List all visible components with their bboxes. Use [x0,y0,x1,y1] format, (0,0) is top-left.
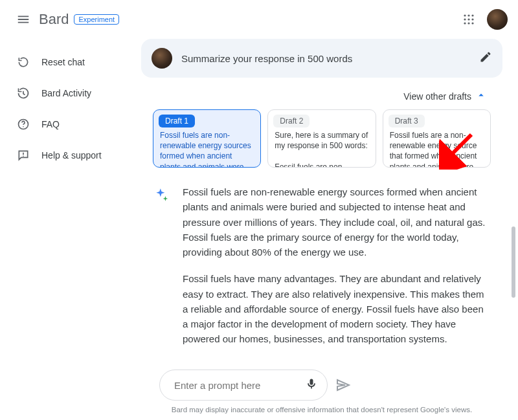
svg-point-7 [467,22,469,24]
experiment-badge: Experiment [74,14,119,25]
scroll-fade [141,345,502,362]
draft-preview: Fossil fuels are a non-renewable energy … [383,130,490,168]
svg-point-6 [464,22,466,24]
svg-point-1 [467,14,469,16]
view-drafts-label: View other drafts [403,91,471,102]
user-avatar [152,48,172,69]
send-button[interactable] [335,377,351,393]
draft-title: Draft 1 [159,115,195,127]
bard-sparkle-icon [153,184,171,353]
prompt-input[interactable] [174,380,297,391]
response-paragraph: Fossil fuels have many advantages. They … [183,271,491,346]
sidebar-item-label: Help & support [41,150,102,160]
user-prompt-text: Summarize your response in 500 words [181,53,470,64]
sidebar-item-activity[interactable]: Bard Activity [8,78,131,109]
scrollbar-thumb[interactable] [512,227,515,298]
svg-point-3 [464,18,466,20]
svg-point-10 [23,126,24,127]
account-avatar[interactable] [487,9,508,30]
sidebar-item-reset-chat[interactable]: Reset chat [8,47,131,78]
svg-point-12 [23,155,24,157]
view-drafts-toggle[interactable]: View other drafts [153,89,491,103]
draft-option-2[interactable]: Draft 2 Sure, here is a summary of my re… [267,109,376,168]
reset-icon [16,56,31,69]
draft-preview: Sure, here is a summary of my response i… [268,130,375,168]
draft-title: Draft 3 [388,115,425,127]
draft-title: Draft 2 [273,115,310,127]
sidebar-item-help[interactable]: Help & support [8,140,131,171]
user-prompt-bar: Summarize your response in 500 words [141,39,502,78]
sidebar-item-label: FAQ [41,119,60,129]
edit-prompt-button[interactable] [479,50,492,66]
svg-point-4 [467,18,469,20]
drafts-list: Draft 1 Fossil fuels are non-renewable e… [153,109,491,173]
sidebar: Reset chat Bard Activity FAQ Help & supp… [0,39,136,420]
help-icon [16,118,31,131]
draft-option-1[interactable]: Draft 1 Fossil fuels are non-renewable e… [153,109,261,168]
draft-option-3[interactable]: Draft 3 Fossil fuels are a non-renewable… [383,109,491,168]
svg-point-8 [471,22,473,24]
response-card: View other drafts Draft 1 Fossil fuels a… [141,80,502,362]
main-menu-button[interactable] [10,6,36,32]
sidebar-item-label: Reset chat [41,57,85,67]
feedback-icon [16,149,31,162]
sidebar-item-label: Bard Activity [41,88,91,98]
mic-icon[interactable] [305,377,318,393]
disclaimer-text: Bard may display inaccurate or offensive… [141,401,502,416]
svg-point-5 [471,18,473,20]
svg-point-2 [471,14,473,16]
draft-preview: Fossil fuels are non-renewable energy so… [153,130,260,168]
svg-point-0 [464,14,466,16]
response-text: Fossil fuels are non-renewable energy so… [183,184,491,353]
prompt-input-container [159,370,328,401]
google-apps-button[interactable] [456,6,482,32]
history-icon [16,87,31,100]
brand-title: Bard [39,11,69,28]
sidebar-item-faq[interactable]: FAQ [8,109,131,140]
response-paragraph: Fossil fuels are non-renewable energy so… [183,184,491,260]
chevron-up-icon [475,89,487,103]
